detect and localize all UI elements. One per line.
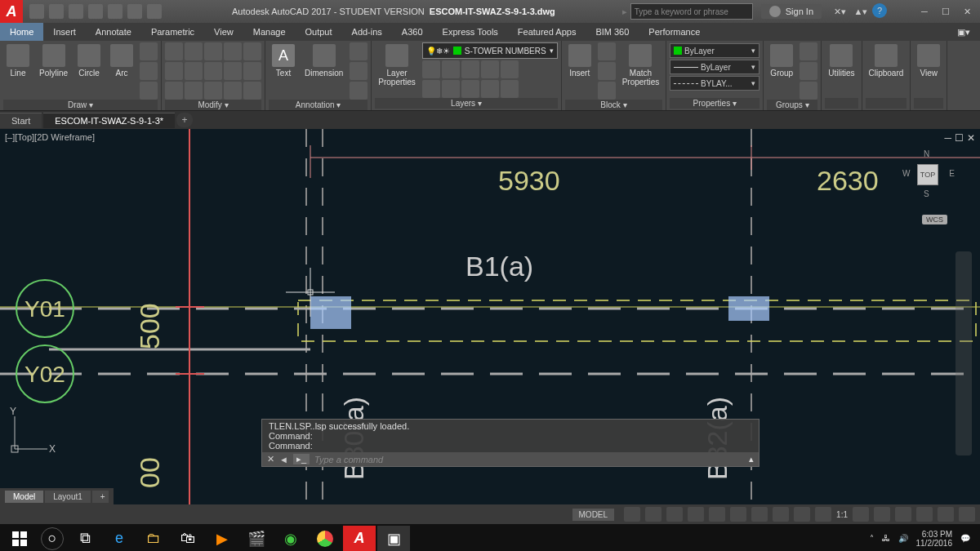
viewport-minimize-icon[interactable]: ─ bbox=[944, 132, 951, 144]
layer-thaw-button[interactable] bbox=[461, 80, 479, 98]
layer-uniso-button[interactable] bbox=[442, 80, 460, 98]
line-button[interactable]: Line bbox=[3, 42, 33, 79]
ungroup-button[interactable] bbox=[800, 42, 817, 60]
taskbar-explorer[interactable]: 🗀 bbox=[137, 526, 170, 552]
panel-draw-title[interactable]: Draw ▾ bbox=[3, 100, 158, 110]
ortho-toggle[interactable] bbox=[666, 507, 683, 522]
layer-make-button[interactable] bbox=[501, 60, 519, 78]
group-edit-button[interactable] bbox=[800, 62, 817, 80]
qat-save-icon[interactable] bbox=[69, 4, 83, 19]
qat-plot-icon[interactable] bbox=[108, 4, 122, 19]
leader-button[interactable] bbox=[350, 42, 368, 60]
copy-button[interactable] bbox=[165, 62, 183, 80]
anno-scale-value[interactable]: 1:1 bbox=[836, 510, 848, 519]
table-button[interactable] bbox=[350, 62, 368, 80]
grid-toggle[interactable] bbox=[624, 507, 640, 522]
edit-block-button[interactable] bbox=[598, 62, 616, 80]
layer-freeze-button[interactable] bbox=[461, 60, 479, 78]
mirror-button[interactable] bbox=[185, 62, 203, 80]
tab-insert[interactable]: Insert bbox=[43, 23, 86, 41]
layer-properties-button[interactable]: Layer Properties bbox=[375, 42, 419, 88]
taskbar-media[interactable]: ▶ bbox=[206, 526, 238, 552]
layer-off-button[interactable] bbox=[422, 60, 440, 78]
tab-output[interactable]: Output bbox=[296, 23, 342, 41]
dimension-button[interactable]: Dimension bbox=[301, 42, 346, 79]
ucs-icon[interactable]: XY bbox=[8, 407, 57, 455]
circle-button[interactable]: Circle bbox=[74, 42, 104, 79]
erase-button[interactable] bbox=[243, 42, 261, 60]
isolate-button[interactable] bbox=[895, 507, 911, 522]
trim-button[interactable] bbox=[204, 42, 222, 60]
tab-bim360[interactable]: BIM 360 bbox=[586, 23, 639, 41]
panel-layers-title[interactable]: Layers ▾ bbox=[375, 98, 557, 109]
array-button[interactable] bbox=[204, 82, 222, 100]
layer-lock-button[interactable] bbox=[481, 60, 499, 78]
close-button[interactable]: ✕ bbox=[957, 3, 977, 20]
customize-button[interactable] bbox=[959, 507, 975, 522]
layer-match-button[interactable] bbox=[501, 80, 519, 98]
start-button[interactable] bbox=[3, 526, 36, 552]
panel-block-title[interactable]: Block ▾ bbox=[565, 100, 663, 110]
anno-scale-toggle[interactable] bbox=[815, 507, 831, 522]
arc-button[interactable]: Arc bbox=[107, 42, 136, 79]
layout-add-button[interactable]: + bbox=[92, 491, 109, 503]
tab-express[interactable]: Express Tools bbox=[433, 23, 508, 41]
fillet-button[interactable] bbox=[204, 62, 222, 80]
tab-start[interactable]: Start bbox=[0, 113, 42, 128]
taskbar-edge[interactable]: e bbox=[103, 526, 136, 552]
layer-iso-button[interactable] bbox=[442, 60, 460, 78]
cycling-toggle[interactable] bbox=[794, 507, 810, 522]
command-close-icon[interactable]: ✕ bbox=[267, 454, 274, 464]
color-dropdown[interactable]: ByLayer▾ bbox=[670, 43, 760, 58]
snap-toggle[interactable] bbox=[645, 507, 662, 522]
taskbar-movies[interactable]: 🎬 bbox=[240, 526, 273, 552]
tray-clock[interactable]: 6:03 PM11/2/2016 bbox=[916, 530, 953, 548]
lineweight-dropdown[interactable]: ByLayer▾ bbox=[670, 60, 760, 74]
a360-icon[interactable]: ▲▾ bbox=[851, 3, 871, 20]
taskbar-autocad[interactable]: A bbox=[343, 526, 376, 552]
otrack-toggle[interactable] bbox=[730, 507, 746, 522]
signin-button[interactable]: Sign In bbox=[761, 4, 822, 19]
taskbar-idm[interactable]: ◉ bbox=[274, 526, 307, 552]
group-bbox-button[interactable] bbox=[800, 82, 817, 100]
wcs-badge[interactable]: WCS bbox=[922, 215, 947, 224]
command-recent-icon[interactable]: ◄ bbox=[279, 455, 288, 464]
viewcube-face[interactable]: TOP bbox=[917, 164, 938, 185]
tray-network-icon[interactable]: 🖧 bbox=[882, 534, 890, 543]
tab-annotate[interactable]: Annotate bbox=[86, 23, 141, 41]
qat-open-icon[interactable] bbox=[49, 4, 64, 19]
polar-toggle[interactable] bbox=[688, 507, 704, 522]
utilities-button[interactable]: Utilities bbox=[825, 42, 858, 79]
navigation-bar[interactable] bbox=[956, 251, 972, 455]
tray-expand-icon[interactable]: ˄ bbox=[870, 534, 874, 543]
taskbar-chrome[interactable] bbox=[309, 526, 341, 552]
ribbon-minimize-button[interactable]: ▣▾ bbox=[947, 23, 980, 41]
polyline-button[interactable]: Polyline bbox=[36, 42, 71, 79]
rotate-button[interactable] bbox=[185, 42, 203, 60]
qat-undo-icon[interactable] bbox=[127, 4, 142, 19]
taskview-button[interactable]: ⧉ bbox=[69, 526, 101, 552]
viewport-maximize-icon[interactable]: ☐ bbox=[955, 132, 964, 144]
tab-manage[interactable]: Manage bbox=[243, 23, 296, 41]
tray-volume-icon[interactable]: 🔊 bbox=[898, 534, 908, 543]
layer-dropdown[interactable]: 💡❄☀S-TOWER NUMBERS▾ bbox=[422, 42, 558, 59]
taskbar-app[interactable]: ▣ bbox=[377, 526, 410, 552]
viewcube[interactable]: N S W E TOP bbox=[902, 149, 951, 198]
chamfer-button[interactable] bbox=[224, 62, 242, 80]
lineweight-toggle[interactable] bbox=[751, 507, 768, 522]
draw-extra-3[interactable] bbox=[140, 82, 158, 100]
help-icon[interactable]: ? bbox=[872, 3, 887, 18]
clipboard-button[interactable]: Clipboard bbox=[866, 42, 907, 79]
view-button[interactable]: View bbox=[914, 42, 943, 79]
minimize-button[interactable]: ─ bbox=[915, 3, 934, 20]
extend-button[interactable] bbox=[224, 42, 242, 60]
tab-addins[interactable]: Add-ins bbox=[342, 23, 392, 41]
transparency-toggle[interactable] bbox=[773, 507, 789, 522]
modify-extra[interactable] bbox=[243, 82, 261, 100]
panel-annotation-title[interactable]: Annotation ▾ bbox=[269, 100, 368, 110]
layer-on-button[interactable] bbox=[422, 80, 440, 98]
linetype-dropdown[interactable]: BYLAY...▾ bbox=[670, 76, 760, 91]
tab-parametric[interactable]: Parametric bbox=[141, 23, 204, 41]
tab-home[interactable]: Home bbox=[0, 23, 43, 41]
tab-view[interactable]: View bbox=[204, 23, 243, 41]
